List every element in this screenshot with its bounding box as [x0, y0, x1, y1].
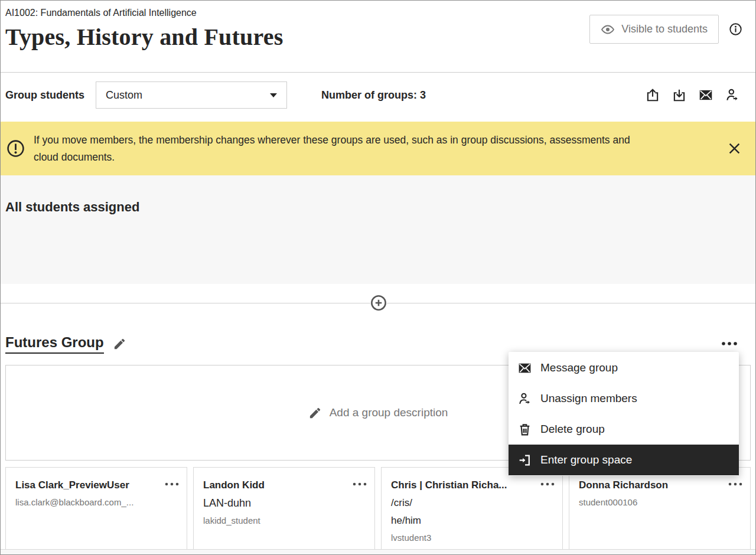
- group-context-menu: Message group Unassign members Delete gr…: [509, 352, 739, 476]
- student-detail: lisa.clark@blackboard.com_...: [15, 497, 180, 507]
- groups-page: AI1002: Fundamentals of Artificial Intel…: [0, 0, 756, 555]
- menu-item-message-group[interactable]: Message group: [509, 352, 739, 383]
- warning-message: If you move members, the membership chan…: [34, 132, 645, 166]
- toolbar-icon-group: [645, 87, 740, 103]
- edit-group-name-button[interactable]: [113, 337, 126, 351]
- menu-item-delete-group[interactable]: Delete group: [509, 414, 739, 445]
- envelope-icon: [517, 361, 532, 376]
- add-group-button[interactable]: [370, 295, 387, 311]
- ellipsis-icon: [728, 482, 743, 486]
- plus-circle-icon: [370, 295, 387, 311]
- student-card: Donna Richardson student000106: [569, 467, 751, 550]
- chevron-down-icon: [270, 93, 277, 97]
- ellipsis-icon: [352, 482, 367, 486]
- student-menu-button[interactable]: [352, 482, 367, 486]
- header-actions: Visible to students: [589, 15, 742, 44]
- envelope-icon: [698, 87, 713, 103]
- export-button[interactable]: [645, 87, 660, 103]
- enter-icon: [517, 453, 532, 468]
- spacer: [1, 117, 755, 122]
- close-icon: [726, 141, 742, 156]
- student-name: Chris | Christian Richa...: [391, 479, 555, 491]
- info-button[interactable]: [729, 22, 742, 36]
- groups-toolbar: Group students Custom Number of groups: …: [1, 73, 755, 117]
- student-card: Landon Kidd LAN-duhn lakidd_student: [193, 467, 375, 550]
- eye-icon: [601, 22, 615, 37]
- upload-icon: [645, 87, 660, 103]
- all-students-heading: All students assigned: [5, 200, 751, 215]
- pencil-icon: [113, 337, 126, 351]
- student-pronouns: he/him: [391, 515, 555, 527]
- student-menu-button[interactable]: [164, 482, 180, 486]
- student-name: Landon Kidd: [203, 479, 367, 491]
- close-banner-button[interactable]: [726, 141, 742, 156]
- menu-item-label: Unassign members: [540, 392, 637, 405]
- download-icon: [672, 87, 687, 103]
- trash-icon: [517, 422, 532, 437]
- student-menu-button[interactable]: [540, 482, 555, 486]
- grouping-select-value: Custom: [106, 89, 142, 102]
- pencil-icon: [308, 406, 322, 420]
- import-button[interactable]: [672, 87, 687, 103]
- menu-item-label: Message group: [540, 361, 618, 374]
- visible-to-students-button[interactable]: Visible to students: [589, 15, 719, 44]
- student-card: Chris | Christian Richa... /cris/ he/him…: [381, 467, 563, 550]
- student-name: Donna Richardson: [579, 479, 743, 491]
- menu-item-enter-group-space[interactable]: Enter group space: [509, 445, 739, 475]
- ellipsis-icon: [164, 482, 180, 486]
- group-members-row: Lisa Clark_PreviewUser lisa.clark@blackb…: [5, 467, 751, 550]
- student-username: lvstudent3: [391, 533, 555, 543]
- student-name: Lisa Clark_PreviewUser: [15, 479, 180, 491]
- message-all-button[interactable]: [698, 87, 713, 103]
- ellipsis-icon: [540, 482, 555, 486]
- group-menu-button[interactable]: [721, 341, 739, 346]
- visible-to-students-label: Visible to students: [621, 23, 708, 35]
- menu-item-label: Delete group: [540, 423, 605, 436]
- menu-item-unassign-members[interactable]: Unassign members: [509, 383, 739, 414]
- group-students-label: Group students: [5, 89, 84, 102]
- page-header: AI1002: Fundamentals of Artificial Intel…: [1, 1, 755, 73]
- student-pronunciation: LAN-duhn: [203, 497, 367, 510]
- student-username: student000106: [579, 497, 743, 507]
- person-arrow-icon: [725, 87, 740, 103]
- add-group-divider: [1, 284, 755, 322]
- menu-item-label: Enter group space: [540, 453, 632, 466]
- student-pronunciation: /cris/: [391, 497, 555, 509]
- unassign-all-button[interactable]: [725, 87, 740, 103]
- warning-icon: [6, 139, 25, 158]
- person-arrow-icon: [517, 391, 532, 406]
- group-name-link[interactable]: Futures Group: [5, 334, 104, 354]
- ellipsis-icon: [721, 341, 739, 346]
- info-icon: [729, 22, 742, 36]
- unassigned-students-section: All students assigned: [1, 175, 755, 284]
- groups-count-label: Number of groups: 3: [321, 89, 426, 102]
- student-menu-button[interactable]: [728, 482, 743, 486]
- student-username: lakidd_student: [203, 515, 367, 525]
- warning-banner: If you move members, the membership chan…: [1, 122, 755, 175]
- grouping-select[interactable]: Custom: [96, 81, 287, 109]
- group-description-placeholder: Add a group description: [330, 406, 448, 419]
- page-bottom-strip: [1, 549, 755, 554]
- student-card: Lisa Clark_PreviewUser lisa.clark@blackb…: [5, 467, 187, 550]
